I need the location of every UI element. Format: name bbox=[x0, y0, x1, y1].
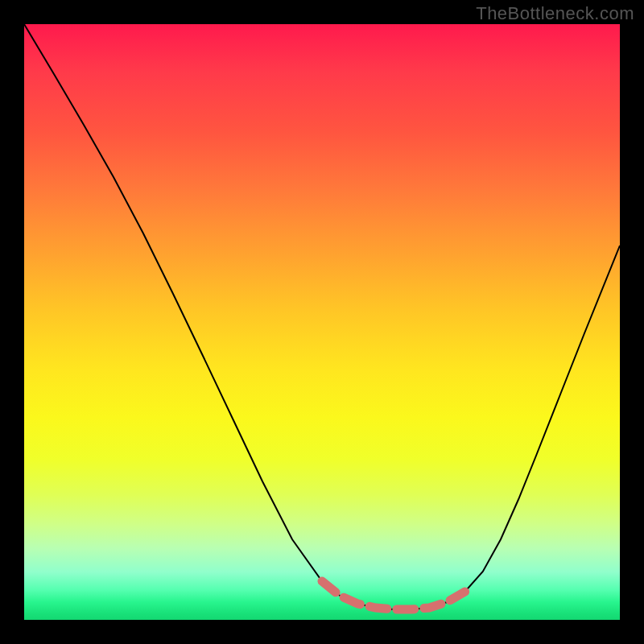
chart-svg bbox=[24, 24, 620, 620]
bottleneck-curve-path bbox=[24, 24, 620, 609]
watermark-label: TheBottleneck.com bbox=[476, 3, 634, 24]
optimal-band-path bbox=[322, 581, 465, 609]
